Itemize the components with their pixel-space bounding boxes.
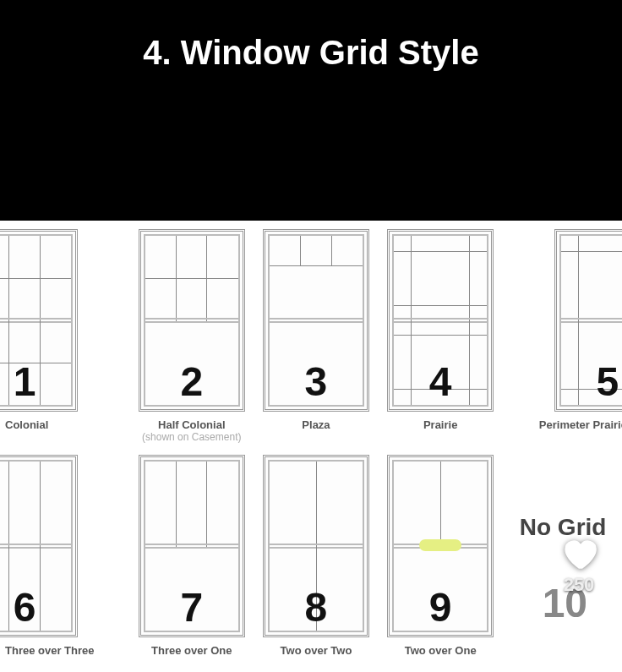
- window-card: 8 Two over Two: [254, 455, 378, 657]
- label: Half Colonial: [129, 418, 254, 431]
- page-title: 4. Window Grid Style: [0, 34, 622, 72]
- sublabel: (shown on Casement): [129, 431, 254, 443]
- like-button[interactable]: 250: [558, 532, 600, 596]
- window-diagram-colonial: 1: [0, 229, 78, 412]
- window-card: 6 Three over Three: [0, 455, 129, 657]
- number: 9: [390, 587, 491, 628]
- row-1: 1 Colonial 2 Half Colonial (shown on Cas…: [0, 221, 622, 443]
- number: 4: [390, 362, 491, 402]
- window-card: 2 Half Colonial (shown on Casement): [129, 229, 254, 443]
- window-card: 5 Perimeter Prairie: [503, 229, 622, 443]
- label: Three over One: [129, 644, 254, 657]
- reference-sheet: 1 Colonial 2 Half Colonial (shown on Cas…: [0, 221, 622, 672]
- label: Colonial: [5, 418, 129, 431]
- window-card: 1 Colonial: [0, 229, 129, 443]
- number: 6: [0, 587, 75, 628]
- label: Perimeter Prairie: [503, 418, 622, 431]
- label: Plaza: [254, 418, 378, 431]
- row-2: 6 Three over Three 7 Three over One: [0, 455, 622, 657]
- window-diagram-two-over-one: 9: [387, 455, 494, 637]
- window-card: 3 Plaza: [254, 229, 378, 443]
- number: 1: [0, 362, 75, 402]
- label: Prairie: [379, 418, 503, 431]
- window-card: 4 Prairie: [379, 229, 503, 443]
- label: Two over One: [379, 644, 503, 657]
- window-diagram-prairie: 4: [387, 229, 494, 412]
- window-card: 7 Three over One: [129, 455, 254, 657]
- window-diagram-two-over-two: 8: [263, 455, 369, 637]
- window-diagram-three-over-three: 6: [0, 455, 78, 637]
- number: 7: [141, 587, 243, 628]
- window-diagram-three-over-one: 7: [139, 455, 245, 637]
- label: Two over Two: [254, 644, 378, 657]
- number: 3: [265, 362, 367, 402]
- like-count: 250: [558, 574, 600, 596]
- highlight-mark: [419, 539, 461, 551]
- label: Three over Three: [5, 644, 129, 657]
- window-diagram-plaza: 3: [263, 229, 369, 412]
- window-diagram-perimeter-prairie: 5: [554, 229, 622, 412]
- number: 2: [141, 362, 243, 402]
- number: 5: [557, 362, 622, 402]
- window-diagram-half-colonial: 2: [139, 229, 245, 412]
- window-card: 9 Two over One: [379, 455, 503, 657]
- heart-icon: [558, 532, 600, 577]
- number: 8: [265, 587, 367, 628]
